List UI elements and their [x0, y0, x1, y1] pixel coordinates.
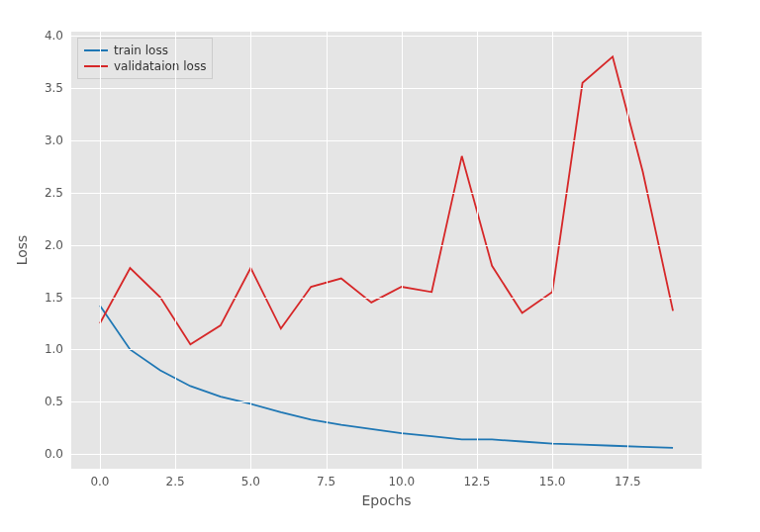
- y-tick-label: 2.0: [45, 238, 63, 252]
- grid-line: [71, 193, 702, 194]
- legend-swatch: [84, 49, 108, 51]
- legend-label: validataion loss: [114, 59, 206, 73]
- y-tick-label: 1.5: [45, 291, 63, 305]
- grid-line: [71, 298, 702, 299]
- x-tick-label: 2.5: [166, 475, 185, 488]
- y-tick-label: 3.0: [45, 133, 63, 147]
- grid-line: [250, 32, 251, 469]
- grid-line: [477, 32, 478, 469]
- grid-line: [71, 140, 702, 141]
- x-tick-label: 7.5: [317, 475, 335, 488]
- legend-label: train loss: [114, 44, 168, 57]
- grid-line: [627, 32, 628, 469]
- y-tick-label: 1.0: [45, 342, 63, 356]
- x-tick-label: 12.5: [464, 475, 491, 488]
- grid-line: [71, 36, 702, 37]
- x-tick-label: 0.0: [90, 475, 109, 488]
- x-tick-label: 17.5: [615, 475, 641, 488]
- grid-line: [71, 349, 702, 350]
- grid-line: [100, 32, 101, 469]
- x-tick-label: 15.0: [539, 475, 566, 488]
- grid-line: [71, 245, 702, 246]
- grid-line: [71, 88, 702, 89]
- grid-line: [71, 454, 702, 455]
- legend-swatch: [84, 65, 108, 67]
- grid-line: [552, 32, 553, 469]
- x-tick-label: 10.0: [388, 475, 415, 488]
- figure: train lossvalidataion loss Epochs Loss 0…: [0, 0, 760, 532]
- legend-entry: validataion loss: [84, 58, 206, 74]
- y-axis-label: Loss: [15, 235, 31, 266]
- legend: train lossvalidataion loss: [77, 38, 213, 79]
- y-tick-label: 4.0: [45, 29, 63, 43]
- series-line-1: [100, 56, 673, 344]
- legend-entry: train loss: [84, 43, 206, 58]
- series-line-0: [100, 306, 673, 448]
- y-tick-label: 2.5: [45, 186, 63, 200]
- y-tick-label: 3.5: [45, 81, 63, 95]
- y-tick-label: 0.5: [45, 395, 63, 408]
- plot-area: train lossvalidataion loss Epochs Loss 0…: [71, 32, 702, 469]
- y-tick-label: 0.0: [45, 447, 63, 461]
- x-axis-label: Epochs: [361, 492, 411, 508]
- plot-svg: [71, 32, 702, 469]
- grid-line: [71, 401, 702, 402]
- grid-line: [402, 32, 403, 469]
- x-tick-label: 5.0: [241, 475, 260, 488]
- grid-line: [175, 32, 176, 469]
- grid-line: [327, 32, 328, 469]
